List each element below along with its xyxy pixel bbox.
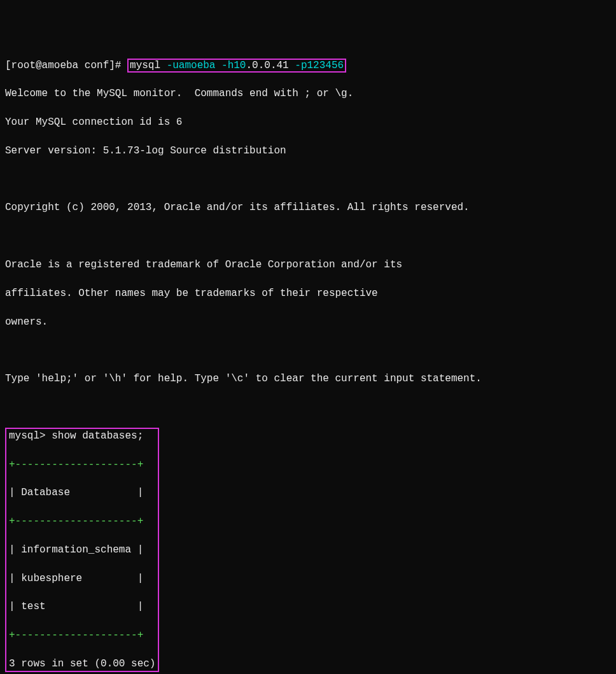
conn-id-1: Your MySQL connection id is 6 — [5, 115, 611, 129]
highlight-dbquery-1: mysql> show databases; +----------------… — [5, 428, 159, 673]
server-version-1: Server version: 5.1.73-log Source distri… — [5, 144, 611, 158]
blank — [5, 400, 611, 414]
tbl-row-information-schema: | information_schema | — [9, 543, 155, 557]
trademark-1c: owners. — [5, 315, 611, 329]
prompt-line-1: [root@amoeba conf]# mysql -uamoeba -h10.… — [5, 59, 611, 73]
copyright-1: Copyright (c) 2000, 2013, Oracle and/or … — [5, 200, 611, 214]
cmd-pass: -p123456 — [295, 60, 344, 71]
tbl-border: +--------------------+ — [9, 458, 155, 472]
trademark-1b: affiliates. Other names may be trademark… — [5, 286, 611, 300]
highlight-command-1: mysql -uamoeba -h10.0.0.41 -p123456 — [127, 59, 346, 73]
cmd-ip: .0.0.41 — [246, 60, 295, 71]
tbl-row-kubesphere: | kubesphere | — [9, 572, 155, 586]
query-prompt-1: mysql> show databases; — [9, 429, 155, 443]
help-line-1: Type 'help;' or '\h' for help. Type '\c'… — [5, 372, 611, 386]
shell-prompt: [root@amoeba conf]# — [5, 60, 127, 71]
welcome-1: Welcome to the MySQL monitor. Commands e… — [5, 87, 611, 101]
blank — [5, 172, 611, 186]
tbl-border: +--------------------+ — [9, 628, 155, 642]
tbl-row-test: | test | — [9, 600, 155, 614]
tbl-header: | Database | — [9, 486, 155, 500]
blank — [5, 229, 611, 243]
trademark-1a: Oracle is a registered trademark of Orac… — [5, 258, 611, 272]
tbl-border: +--------------------+ — [9, 514, 155, 528]
cmd-arg-user-host: -uamoeba -h10 — [167, 60, 246, 71]
cmd-prog: mysql — [130, 60, 167, 71]
rows-msg-1: 3 rows in set (0.00 sec) — [9, 657, 155, 671]
blank — [5, 343, 611, 357]
